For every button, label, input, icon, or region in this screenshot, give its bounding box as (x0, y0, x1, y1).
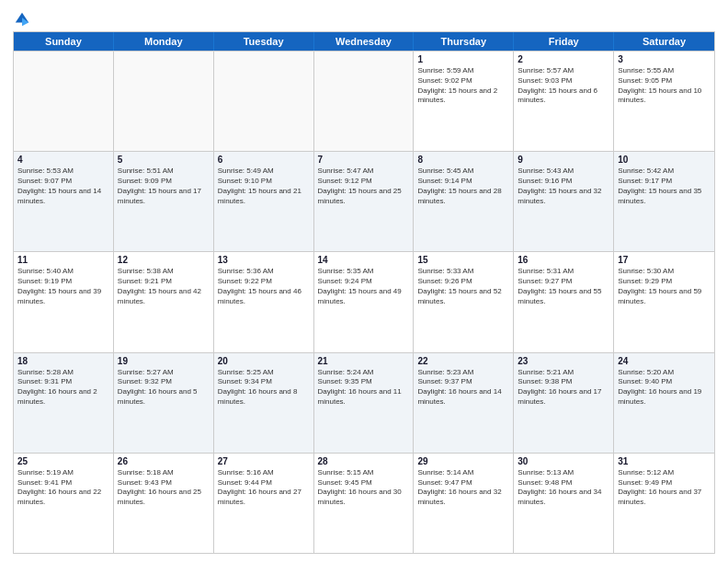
empty-cell (14, 52, 114, 151)
day-cell-26: 26Sunrise: 5:18 AM Sunset: 9:43 PM Dayli… (114, 454, 214, 553)
day-info: Sunrise: 5:30 AM Sunset: 9:29 PM Dayligh… (618, 267, 711, 306)
day-cell-25: 25Sunrise: 5:19 AM Sunset: 9:41 PM Dayli… (14, 454, 114, 553)
logo (13, 9, 30, 28)
day-number: 5 (118, 155, 210, 165)
day-cell-9: 9Sunrise: 5:43 AM Sunset: 9:16 PM Daylig… (514, 152, 614, 251)
day-cell-16: 16Sunrise: 5:31 AM Sunset: 9:27 PM Dayli… (514, 252, 614, 351)
day-info: Sunrise: 5:33 AM Sunset: 9:26 PM Dayligh… (417, 267, 509, 306)
day-number: 12 (118, 255, 210, 265)
day-number: 16 (518, 255, 609, 265)
day-cell-28: 28Sunrise: 5:15 AM Sunset: 9:45 PM Dayli… (314, 454, 415, 553)
day-cell-31: 31Sunrise: 5:12 AM Sunset: 9:49 PM Dayli… (614, 454, 714, 553)
day-cell-13: 13Sunrise: 5:36 AM Sunset: 9:22 PM Dayli… (214, 252, 314, 351)
day-number: 9 (518, 155, 609, 165)
day-info: Sunrise: 5:57 AM Sunset: 9:03 PM Dayligh… (518, 66, 609, 106)
day-info: Sunrise: 5:27 AM Sunset: 9:32 PM Dayligh… (118, 368, 210, 408)
calendar: SundayMondayTuesdayWednesdayThursdayFrid… (13, 31, 715, 554)
day-cell-15: 15Sunrise: 5:33 AM Sunset: 9:26 PM Dayli… (414, 252, 514, 351)
day-info: Sunrise: 5:45 AM Sunset: 9:14 PM Dayligh… (417, 167, 509, 206)
day-cell-17: 17Sunrise: 5:30 AM Sunset: 9:29 PM Dayli… (614, 252, 714, 351)
day-info: Sunrise: 5:55 AM Sunset: 9:05 PM Dayligh… (618, 66, 711, 106)
day-cell-8: 8Sunrise: 5:45 AM Sunset: 9:14 PM Daylig… (414, 152, 514, 251)
day-info: Sunrise: 5:24 AM Sunset: 9:35 PM Dayligh… (318, 368, 410, 408)
day-number: 17 (618, 255, 711, 265)
day-of-week-monday: Monday (114, 32, 214, 51)
day-info: Sunrise: 5:42 AM Sunset: 9:17 PM Dayligh… (618, 167, 711, 206)
empty-cell (214, 52, 314, 151)
day-number: 3 (618, 54, 711, 64)
day-number: 11 (17, 255, 109, 265)
day-cell-1: 1Sunrise: 5:59 AM Sunset: 9:02 PM Daylig… (414, 52, 514, 151)
day-cell-21: 21Sunrise: 5:24 AM Sunset: 9:35 PM Dayli… (314, 353, 415, 453)
day-number: 1 (417, 54, 509, 64)
day-of-week-tuesday: Tuesday (214, 32, 314, 51)
day-of-week-friday: Friday (514, 32, 614, 51)
day-cell-27: 27Sunrise: 5:16 AM Sunset: 9:44 PM Dayli… (214, 454, 314, 553)
empty-cell (314, 52, 415, 151)
day-number: 18 (17, 356, 109, 366)
day-number: 21 (318, 356, 410, 366)
day-number: 28 (318, 456, 410, 466)
day-cell-12: 12Sunrise: 5:38 AM Sunset: 9:21 PM Dayli… (114, 252, 214, 351)
calendar-row-3: 11Sunrise: 5:40 AM Sunset: 9:19 PM Dayli… (14, 251, 714, 351)
day-number: 20 (218, 356, 310, 366)
day-cell-4: 4Sunrise: 5:53 AM Sunset: 9:07 PM Daylig… (14, 152, 114, 251)
day-info: Sunrise: 5:31 AM Sunset: 9:27 PM Dayligh… (518, 267, 609, 306)
day-cell-14: 14Sunrise: 5:35 AM Sunset: 9:24 PM Dayli… (314, 252, 415, 351)
day-cell-19: 19Sunrise: 5:27 AM Sunset: 9:32 PM Dayli… (114, 353, 214, 453)
calendar-row-1: 1Sunrise: 5:59 AM Sunset: 9:02 PM Daylig… (14, 51, 714, 151)
day-number: 13 (218, 255, 310, 265)
day-number: 23 (518, 356, 609, 366)
day-number: 22 (417, 356, 509, 366)
day-number: 14 (318, 255, 410, 265)
day-of-week-saturday: Saturday (614, 32, 714, 51)
day-cell-23: 23Sunrise: 5:21 AM Sunset: 9:38 PM Dayli… (514, 353, 614, 453)
day-info: Sunrise: 5:20 AM Sunset: 9:40 PM Dayligh… (618, 368, 711, 408)
day-info: Sunrise: 5:36 AM Sunset: 9:22 PM Dayligh… (218, 267, 310, 306)
day-number: 19 (118, 356, 210, 366)
day-cell-2: 2Sunrise: 5:57 AM Sunset: 9:03 PM Daylig… (514, 52, 614, 151)
day-cell-22: 22Sunrise: 5:23 AM Sunset: 9:37 PM Dayli… (414, 353, 514, 453)
calendar-row-5: 25Sunrise: 5:19 AM Sunset: 9:41 PM Dayli… (14, 453, 714, 553)
day-cell-20: 20Sunrise: 5:25 AM Sunset: 9:34 PM Dayli… (214, 353, 314, 453)
day-number: 30 (518, 456, 609, 466)
day-info: Sunrise: 5:43 AM Sunset: 9:16 PM Dayligh… (518, 167, 609, 206)
day-cell-6: 6Sunrise: 5:49 AM Sunset: 9:10 PM Daylig… (214, 152, 314, 251)
calendar-row-4: 18Sunrise: 5:28 AM Sunset: 9:31 PM Dayli… (14, 352, 714, 453)
day-info: Sunrise: 5:23 AM Sunset: 9:37 PM Dayligh… (417, 368, 509, 408)
calendar-row-2: 4Sunrise: 5:53 AM Sunset: 9:07 PM Daylig… (14, 151, 714, 251)
day-cell-3: 3Sunrise: 5:55 AM Sunset: 9:05 PM Daylig… (614, 52, 714, 151)
day-number: 15 (417, 255, 509, 265)
day-of-week-thursday: Thursday (414, 32, 514, 51)
day-info: Sunrise: 5:12 AM Sunset: 9:49 PM Dayligh… (618, 468, 711, 508)
day-cell-10: 10Sunrise: 5:42 AM Sunset: 9:17 PM Dayli… (614, 152, 714, 251)
calendar-body: 1Sunrise: 5:59 AM Sunset: 9:02 PM Daylig… (14, 51, 714, 553)
day-info: Sunrise: 5:59 AM Sunset: 9:02 PM Dayligh… (417, 66, 509, 106)
day-number: 6 (218, 155, 310, 165)
day-cell-24: 24Sunrise: 5:20 AM Sunset: 9:40 PM Dayli… (614, 353, 714, 453)
empty-cell (114, 52, 214, 151)
day-number: 7 (318, 155, 410, 165)
day-info: Sunrise: 5:53 AM Sunset: 9:07 PM Dayligh… (17, 167, 109, 206)
page-header (13, 9, 715, 28)
day-number: 27 (218, 456, 310, 466)
day-number: 26 (118, 456, 210, 466)
day-of-week-wednesday: Wednesday (314, 32, 415, 51)
day-info: Sunrise: 5:14 AM Sunset: 9:47 PM Dayligh… (417, 468, 509, 508)
day-info: Sunrise: 5:35 AM Sunset: 9:24 PM Dayligh… (318, 267, 410, 306)
day-cell-7: 7Sunrise: 5:47 AM Sunset: 9:12 PM Daylig… (314, 152, 415, 251)
day-info: Sunrise: 5:28 AM Sunset: 9:31 PM Dayligh… (17, 368, 109, 408)
day-info: Sunrise: 5:13 AM Sunset: 9:48 PM Dayligh… (518, 468, 609, 508)
day-info: Sunrise: 5:51 AM Sunset: 9:09 PM Dayligh… (118, 167, 210, 206)
day-of-week-sunday: Sunday (14, 32, 114, 51)
day-info: Sunrise: 5:18 AM Sunset: 9:43 PM Dayligh… (118, 468, 210, 508)
day-number: 29 (417, 456, 509, 466)
day-info: Sunrise: 5:16 AM Sunset: 9:44 PM Dayligh… (218, 468, 310, 508)
day-cell-29: 29Sunrise: 5:14 AM Sunset: 9:47 PM Dayli… (414, 454, 514, 553)
day-cell-11: 11Sunrise: 5:40 AM Sunset: 9:19 PM Dayli… (14, 252, 114, 351)
day-cell-5: 5Sunrise: 5:51 AM Sunset: 9:09 PM Daylig… (114, 152, 214, 251)
day-info: Sunrise: 5:40 AM Sunset: 9:19 PM Dayligh… (17, 267, 109, 306)
calendar-header: SundayMondayTuesdayWednesdayThursdayFrid… (14, 32, 714, 51)
day-number: 24 (618, 356, 711, 366)
day-number: 25 (17, 456, 109, 466)
